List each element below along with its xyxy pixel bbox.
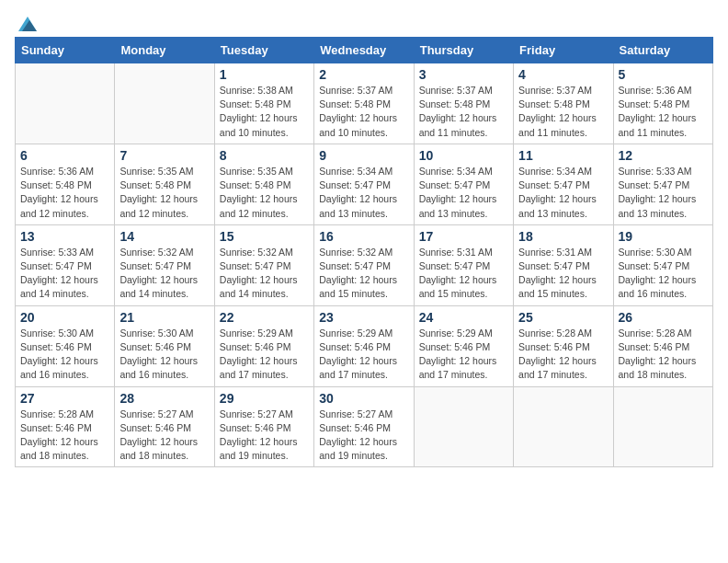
day-detail: Sunrise: 5:28 AM Sunset: 5:46 PM Dayligh… [518,327,608,383]
day-detail: Sunrise: 5:32 AM Sunset: 5:47 PM Dayligh… [319,246,408,302]
day-detail: Sunrise: 5:27 AM Sunset: 5:46 PM Dayligh… [119,408,209,464]
day-number: 20 [20,310,109,325]
day-detail: Sunrise: 5:37 AM Sunset: 5:48 PM Dayligh… [518,84,608,140]
day-of-week-tuesday: Tuesday [214,38,313,63]
week-row-5: 27Sunrise: 5:28 AM Sunset: 5:46 PM Dayli… [16,386,713,467]
day-detail: Sunrise: 5:35 AM Sunset: 5:48 PM Dayligh… [119,165,209,221]
day-detail: Sunrise: 5:29 AM Sunset: 5:46 PM Dayligh… [220,327,309,383]
day-detail: Sunrise: 5:33 AM Sunset: 5:47 PM Dayligh… [20,246,109,302]
day-cell: 18Sunrise: 5:31 AM Sunset: 5:47 PM Dayli… [514,224,613,305]
week-row-4: 20Sunrise: 5:30 AM Sunset: 5:46 PM Dayli… [16,305,713,386]
day-cell: 2Sunrise: 5:37 AM Sunset: 5:48 PM Daylig… [314,63,414,144]
day-number: 19 [619,229,708,244]
day-detail: Sunrise: 5:27 AM Sunset: 5:46 PM Dayligh… [220,408,309,464]
week-row-3: 13Sunrise: 5:33 AM Sunset: 5:47 PM Dayli… [16,224,713,305]
day-cell: 8Sunrise: 5:35 AM Sunset: 5:48 PM Daylig… [214,144,313,224]
day-cell: 30Sunrise: 5:27 AM Sunset: 5:46 PM Dayli… [314,386,414,467]
logo-icon [17,15,39,33]
day-cell: 25Sunrise: 5:28 AM Sunset: 5:46 PM Dayli… [514,305,613,386]
day-number: 12 [619,148,708,163]
day-cell [414,386,513,467]
day-detail: Sunrise: 5:36 AM Sunset: 5:48 PM Dayligh… [20,165,109,221]
day-number: 11 [518,148,608,163]
day-cell: 23Sunrise: 5:29 AM Sunset: 5:46 PM Dayli… [314,305,414,386]
day-number: 22 [220,310,309,325]
day-of-week-wednesday: Wednesday [314,38,414,63]
day-cell: 11Sunrise: 5:34 AM Sunset: 5:47 PM Dayli… [514,144,613,224]
header [15,15,713,29]
day-number: 9 [319,148,408,163]
calendar-body: 1Sunrise: 5:38 AM Sunset: 5:48 PM Daylig… [16,63,713,467]
day-cell [16,63,115,144]
day-cell: 1Sunrise: 5:38 AM Sunset: 5:48 PM Daylig… [214,63,313,144]
day-cell: 4Sunrise: 5:37 AM Sunset: 5:48 PM Daylig… [514,63,613,144]
day-number: 25 [518,310,608,325]
day-number: 27 [20,391,109,406]
day-number: 6 [20,148,109,163]
day-detail: Sunrise: 5:34 AM Sunset: 5:47 PM Dayligh… [419,165,508,221]
day-cell [514,386,613,467]
day-number: 29 [220,391,309,406]
day-number: 8 [220,148,309,163]
day-number: 2 [319,67,408,82]
day-detail: Sunrise: 5:30 AM Sunset: 5:47 PM Dayligh… [619,246,708,302]
day-cell: 12Sunrise: 5:33 AM Sunset: 5:47 PM Dayli… [613,144,712,224]
day-cell: 20Sunrise: 5:30 AM Sunset: 5:46 PM Dayli… [16,305,115,386]
day-of-week-sunday: Sunday [16,38,115,63]
day-cell: 28Sunrise: 5:27 AM Sunset: 5:46 PM Dayli… [115,386,214,467]
day-detail: Sunrise: 5:29 AM Sunset: 5:46 PM Dayligh… [319,327,408,383]
day-cell: 13Sunrise: 5:33 AM Sunset: 5:47 PM Dayli… [16,224,115,305]
calendar-header: SundayMondayTuesdayWednesdayThursdayFrid… [16,38,713,63]
day-number: 10 [419,148,508,163]
day-cell: 3Sunrise: 5:37 AM Sunset: 5:48 PM Daylig… [414,63,513,144]
calendar-table: SundayMondayTuesdayWednesdayThursdayFrid… [15,37,713,467]
day-detail: Sunrise: 5:31 AM Sunset: 5:47 PM Dayligh… [518,246,608,302]
day-detail: Sunrise: 5:31 AM Sunset: 5:47 PM Dayligh… [419,246,508,302]
day-detail: Sunrise: 5:34 AM Sunset: 5:47 PM Dayligh… [319,165,408,221]
day-number: 24 [419,310,508,325]
day-cell: 14Sunrise: 5:32 AM Sunset: 5:47 PM Dayli… [115,224,214,305]
day-detail: Sunrise: 5:37 AM Sunset: 5:48 PM Dayligh… [319,84,408,140]
day-cell: 10Sunrise: 5:34 AM Sunset: 5:47 PM Dayli… [414,144,513,224]
day-cell: 26Sunrise: 5:28 AM Sunset: 5:46 PM Dayli… [613,305,712,386]
day-number: 28 [119,391,209,406]
day-cell [115,63,214,144]
day-of-week-monday: Monday [115,38,214,63]
day-detail: Sunrise: 5:28 AM Sunset: 5:46 PM Dayligh… [619,327,708,383]
day-detail: Sunrise: 5:35 AM Sunset: 5:48 PM Dayligh… [220,165,309,221]
week-row-1: 1Sunrise: 5:38 AM Sunset: 5:48 PM Daylig… [16,63,713,144]
day-number: 17 [419,229,508,244]
day-cell: 16Sunrise: 5:32 AM Sunset: 5:47 PM Dayli… [314,224,414,305]
day-detail: Sunrise: 5:28 AM Sunset: 5:46 PM Dayligh… [20,408,109,464]
day-number: 16 [319,229,408,244]
day-cell [613,386,712,467]
day-cell: 7Sunrise: 5:35 AM Sunset: 5:48 PM Daylig… [115,144,214,224]
day-of-week-thursday: Thursday [414,38,513,63]
day-cell: 29Sunrise: 5:27 AM Sunset: 5:46 PM Dayli… [214,386,313,467]
day-of-week-friday: Friday [514,38,613,63]
day-number: 21 [119,310,209,325]
day-detail: Sunrise: 5:29 AM Sunset: 5:46 PM Dayligh… [419,327,508,383]
day-detail: Sunrise: 5:34 AM Sunset: 5:47 PM Dayligh… [518,165,608,221]
day-number: 1 [220,67,309,82]
day-cell: 6Sunrise: 5:36 AM Sunset: 5:48 PM Daylig… [16,144,115,224]
day-number: 15 [220,229,309,244]
day-detail: Sunrise: 5:32 AM Sunset: 5:47 PM Dayligh… [220,246,309,302]
day-detail: Sunrise: 5:30 AM Sunset: 5:46 PM Dayligh… [20,327,109,383]
day-number: 23 [319,310,408,325]
week-row-2: 6Sunrise: 5:36 AM Sunset: 5:48 PM Daylig… [16,144,713,224]
day-detail: Sunrise: 5:37 AM Sunset: 5:48 PM Dayligh… [419,84,508,140]
day-cell: 19Sunrise: 5:30 AM Sunset: 5:47 PM Dayli… [613,224,712,305]
day-number: 4 [518,67,608,82]
day-cell: 21Sunrise: 5:30 AM Sunset: 5:46 PM Dayli… [115,305,214,386]
day-detail: Sunrise: 5:30 AM Sunset: 5:46 PM Dayligh… [119,327,209,383]
day-number: 18 [518,229,608,244]
day-detail: Sunrise: 5:27 AM Sunset: 5:46 PM Dayligh… [319,408,408,464]
day-number: 14 [119,229,209,244]
day-cell: 24Sunrise: 5:29 AM Sunset: 5:46 PM Dayli… [414,305,513,386]
day-detail: Sunrise: 5:38 AM Sunset: 5:48 PM Dayligh… [220,84,309,140]
day-number: 26 [619,310,708,325]
day-number: 5 [619,67,708,82]
day-cell: 22Sunrise: 5:29 AM Sunset: 5:46 PM Dayli… [214,305,313,386]
day-cell: 9Sunrise: 5:34 AM Sunset: 5:47 PM Daylig… [314,144,414,224]
